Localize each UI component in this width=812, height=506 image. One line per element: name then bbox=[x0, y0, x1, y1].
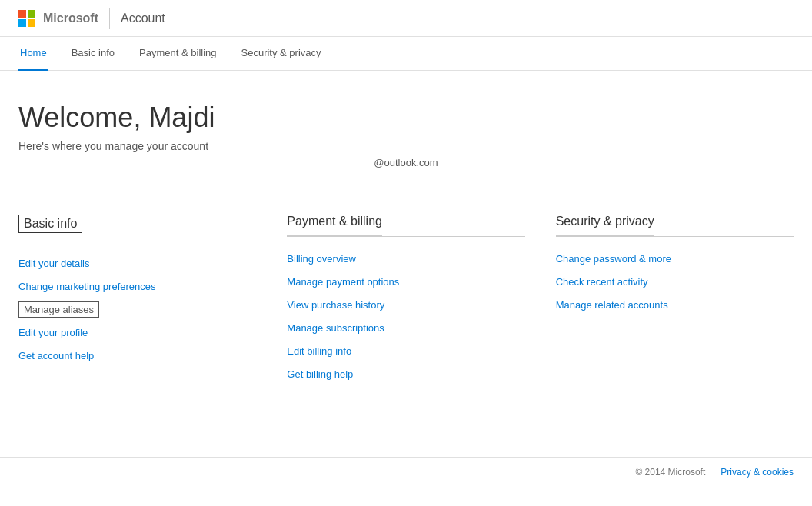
list-item: Edit your details bbox=[18, 257, 256, 269]
payment-billing-heading: Payment & billing bbox=[287, 215, 382, 236]
security-privacy-links: Change password & more Check recent acti… bbox=[556, 252, 794, 311]
view-purchase-history-link[interactable]: View purchase history bbox=[287, 299, 384, 311]
microsoft-label: Microsoft bbox=[43, 12, 98, 25]
list-item: Get billing help bbox=[287, 368, 524, 380]
list-item: Manage related accounts bbox=[556, 298, 794, 311]
logo-green bbox=[28, 10, 35, 18]
logo-blue bbox=[18, 19, 26, 27]
list-item: Get account help bbox=[18, 349, 256, 361]
main-nav: Home Basic info Payment & billing Securi… bbox=[0, 37, 812, 71]
payment-billing-links: Billing overview Manage payment options … bbox=[287, 252, 524, 380]
list-item: Edit billing info bbox=[287, 345, 524, 357]
basic-info-header-wrapper: Basic info bbox=[18, 215, 256, 241]
welcome-title: Welcome, Majdi bbox=[18, 102, 794, 134]
billing-overview-link[interactable]: Billing overview bbox=[287, 253, 356, 265]
welcome-subtitle: Here's where you manage your account bbox=[18, 140, 794, 152]
basic-info-column: Basic info Edit your details Change mark… bbox=[18, 215, 287, 380]
list-item: Check recent activity bbox=[556, 275, 794, 288]
footer: © 2014 Microsoft Privacy & cookies bbox=[0, 457, 812, 487]
microsoft-logo bbox=[18, 10, 35, 27]
welcome-email: @outlook.com bbox=[18, 157, 794, 168]
logo-red bbox=[18, 10, 26, 18]
list-item: Manage payment options bbox=[287, 275, 524, 288]
nav-security-privacy[interactable]: Security & privacy bbox=[240, 37, 323, 71]
footer-links: Privacy & cookies bbox=[720, 467, 794, 478]
manage-related-accounts-link[interactable]: Manage related accounts bbox=[556, 299, 668, 311]
list-item: Manage aliases bbox=[18, 303, 256, 315]
list-item: Change marketing preferences bbox=[18, 280, 256, 292]
get-account-help-link[interactable]: Get account help bbox=[18, 350, 94, 361]
edit-your-profile-link[interactable]: Edit your profile bbox=[18, 327, 88, 338]
account-label: Account bbox=[121, 12, 165, 25]
welcome-section: Welcome, Majdi Here's where you manage y… bbox=[18, 102, 794, 168]
list-item: Change password & more bbox=[556, 252, 794, 265]
security-privacy-header-wrapper: Security & privacy bbox=[556, 215, 794, 237]
list-item: View purchase history bbox=[287, 298, 524, 311]
basic-info-links: Edit your details Change marketing prefe… bbox=[18, 257, 256, 361]
get-billing-help-link[interactable]: Get billing help bbox=[287, 368, 353, 380]
nav-home[interactable]: Home bbox=[18, 37, 48, 71]
change-password-link[interactable]: Change password & more bbox=[556, 253, 671, 265]
security-privacy-column: Security & privacy Change password & mor… bbox=[556, 215, 794, 380]
nav-basic-info[interactable]: Basic info bbox=[70, 37, 116, 71]
change-marketing-preferences-link[interactable]: Change marketing preferences bbox=[18, 281, 156, 292]
basic-info-heading: Basic info bbox=[18, 215, 82, 233]
privacy-cookies-link[interactable]: Privacy & cookies bbox=[720, 467, 794, 478]
main-content: Welcome, Majdi Here's where you manage y… bbox=[0, 71, 812, 395]
header: Microsoft Account bbox=[0, 0, 812, 37]
manage-subscriptions-link[interactable]: Manage subscriptions bbox=[287, 322, 384, 334]
payment-billing-header-wrapper: Payment & billing bbox=[287, 215, 524, 237]
logo: Microsoft bbox=[18, 10, 98, 27]
info-columns: Basic info Edit your details Change mark… bbox=[18, 215, 794, 380]
list-item: Edit your profile bbox=[18, 326, 256, 338]
edit-billing-info-link[interactable]: Edit billing info bbox=[287, 345, 351, 357]
copyright-text: © 2014 Microsoft bbox=[635, 467, 705, 478]
header-divider bbox=[109, 8, 110, 29]
logo-yellow bbox=[28, 19, 35, 27]
list-item: Billing overview bbox=[287, 252, 524, 265]
manage-payment-options-link[interactable]: Manage payment options bbox=[287, 276, 399, 288]
security-privacy-heading: Security & privacy bbox=[556, 215, 654, 236]
list-item: Manage subscriptions bbox=[287, 321, 524, 334]
manage-aliases-link[interactable]: Manage aliases bbox=[18, 301, 99, 318]
check-recent-activity-link[interactable]: Check recent activity bbox=[556, 276, 648, 288]
nav-payment-billing[interactable]: Payment & billing bbox=[138, 37, 218, 71]
edit-your-details-link[interactable]: Edit your details bbox=[18, 258, 90, 269]
payment-billing-column: Payment & billing Billing overview Manag… bbox=[287, 215, 555, 380]
